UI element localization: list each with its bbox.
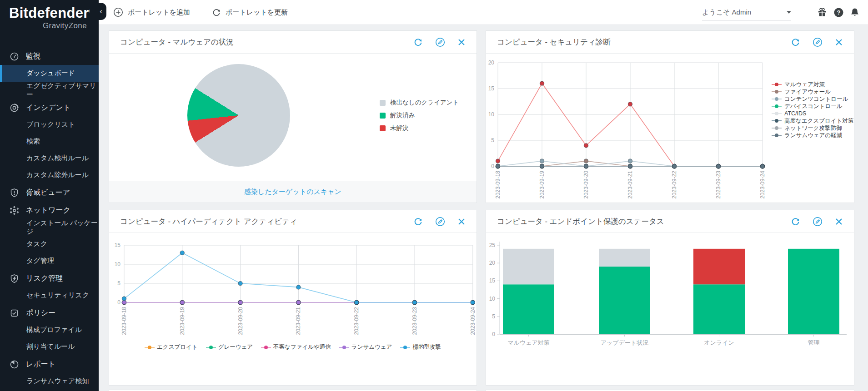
gift-icon[interactable] — [817, 7, 828, 18]
legend-item[interactable]: ATC/IDS — [772, 110, 853, 117]
sidebar-item-label: 割り当てルール — [26, 342, 75, 351]
sidebar-item-label: ブロックリスト — [26, 120, 75, 129]
sidebar-item-risk-management[interactable]: リスク管理 — [0, 270, 99, 287]
portlet-title: コンピュータ - エンドポイント保護のステータス — [497, 217, 791, 227]
scan-infected-targets-link[interactable]: 感染したターゲットのスキャン — [244, 188, 341, 196]
legend-swatch — [380, 113, 386, 119]
svg-text:15: 15 — [115, 242, 121, 248]
sidebar-item-search[interactable]: 検索 — [0, 133, 99, 150]
svg-text:アップデート状況: アップデート状況 — [601, 339, 649, 346]
sidebar-item-network[interactable]: ネットワーク — [0, 202, 99, 219]
legend-marker — [400, 345, 410, 350]
svg-text:2023-09-22: 2023-09-22 — [671, 171, 677, 199]
pie-legend-item[interactable]: 未解決 — [380, 122, 459, 134]
sidebar-item-tasks[interactable]: タスク — [0, 236, 99, 252]
legend-item[interactable]: ランサムウェア — [339, 343, 392, 351]
svg-text:2023-09-18: 2023-09-18 — [121, 307, 127, 335]
sidebar-item-blocklist[interactable]: ブロックリスト — [0, 116, 99, 133]
sidebar-collapse-button[interactable]: ‹ — [90, 3, 106, 20]
brand: Bitdefender® GravityZone — [0, 0, 99, 30]
legend-marker — [145, 345, 155, 350]
portlet-body: 051015202023-09-182023-09-192023-09-2020… — [486, 54, 854, 203]
pie-legend-item[interactable]: 解決済み — [380, 109, 459, 122]
bell-icon[interactable] — [850, 7, 860, 18]
dashboard: コンピュータ - マルウェアの状況 検出なしのクライアント解決済み未解決 感染し… — [99, 25, 868, 391]
sidebar-item-threat-viewer[interactable]: 脅威ビューア — [0, 184, 99, 201]
legend-label: 標的型攻撃 — [412, 343, 441, 351]
sidebar-item-configuration-profiles[interactable]: 構成プロファイル — [0, 322, 99, 338]
sidebar-item-label: タスク — [26, 240, 47, 248]
portlet-edit-icon[interactable] — [435, 37, 445, 47]
portlet-close-icon[interactable] — [457, 218, 466, 226]
legend-label: 未解決 — [390, 124, 409, 132]
portlet-refresh-icon[interactable] — [791, 217, 800, 226]
sidebar-item-dashboard[interactable]: ダッシュボード — [0, 65, 99, 82]
sidebar-item-ransomware-detection[interactable]: ランサムウェア検知 — [0, 373, 99, 390]
legend-item[interactable]: デバイスコントロール — [772, 103, 853, 110]
svg-text:10: 10 — [489, 296, 496, 302]
sidebar-item-custom-detection-rules[interactable]: カスタム検出ルール — [0, 150, 99, 167]
legend-label: ランサムウェア — [351, 343, 392, 351]
sidebar-item-policies[interactable]: ポリシー — [0, 305, 99, 322]
caret-down-icon — [787, 11, 791, 14]
legend-marker — [772, 111, 782, 116]
legend-marker — [772, 119, 782, 123]
portlet-close-icon[interactable] — [457, 38, 466, 46]
legend-item[interactable]: 標的型攻撃 — [400, 343, 441, 351]
svg-text:?: ? — [837, 9, 841, 16]
legend-item[interactable]: エクスプロイト — [145, 343, 198, 351]
legend-swatch — [380, 100, 386, 106]
portlet-body: 0510152025マルウェア対策アップデート状況オンライン管理 — [486, 233, 854, 386]
refresh-portlets-button[interactable]: ポートレットを更新 — [209, 7, 291, 17]
portlet-close-icon[interactable] — [835, 38, 843, 46]
sidebar-item-executive-summary[interactable]: エグゼクティブサマリー — [0, 82, 99, 99]
legend-label: 不審なファイルや通信 — [273, 343, 331, 351]
sidebar-item-label: カスタム検出ルール — [26, 154, 89, 163]
pie-legend-item[interactable]: 検出なしのクライアント — [380, 96, 459, 109]
legend-item[interactable]: マルウェア対策 — [772, 81, 853, 88]
help-icon[interactable]: ? — [833, 7, 844, 18]
legend-label: エクスプロイト — [157, 343, 198, 351]
portlet-edit-icon[interactable] — [813, 37, 823, 47]
security-audit-chart: 051015202023-09-182023-09-192023-09-2020… — [486, 54, 777, 205]
sidebar-item-label: 検索 — [26, 137, 40, 146]
sidebar-item-security-risks[interactable]: セキュリティリスク — [0, 287, 99, 304]
portlet-edit-icon[interactable] — [813, 217, 823, 227]
portlet-refresh-icon[interactable] — [791, 37, 800, 47]
svg-text:管理: 管理 — [808, 339, 820, 346]
svg-text:20: 20 — [488, 59, 495, 66]
legend-item[interactable]: 高度なエクスプロイト対策 — [772, 117, 853, 124]
sidebar-item-installation-packages[interactable]: インストール パッケージ — [0, 219, 99, 236]
legend-label: グレーウェア — [218, 343, 253, 351]
legend-item[interactable]: ファイアウォール — [772, 88, 853, 95]
malware-status-pie-chart[interactable] — [187, 64, 290, 167]
portlet-close-icon[interactable] — [835, 218, 843, 226]
sidebar-item-reports[interactable]: レポート — [0, 356, 99, 373]
sidebar-item-assignment-rules[interactable]: 割り当てルール — [0, 338, 99, 355]
portlet-actions — [791, 37, 843, 47]
legend-label: ネットワーク攻撃防御 — [784, 124, 842, 132]
sidebar-item-monitoring[interactable]: 監視 — [0, 48, 99, 65]
legend-marker — [772, 97, 782, 101]
sidebar-item-label: ダッシュボード — [26, 69, 75, 78]
portlet-refresh-icon[interactable] — [413, 37, 423, 47]
svg-text:2023-09-18: 2023-09-18 — [495, 171, 501, 199]
portlet-malware-status: コンピュータ - マルウェアの状況 検出なしのクライアント解決済み未解決 感染し… — [109, 30, 477, 203]
svg-text:20: 20 — [489, 260, 496, 266]
legend-item[interactable]: コンテンツコントロール — [772, 95, 853, 103]
sidebar-item-incidents[interactable]: インシデント — [0, 99, 99, 116]
portlet-hyperdetect-activity: コンピュータ - ハイパーディテクト アクティビティ 0510152023-09… — [109, 210, 477, 386]
sidebar-item-label: インシデント — [26, 103, 70, 113]
legend-item[interactable]: グレーウェア — [206, 343, 253, 351]
legend-item[interactable]: ネットワーク攻撃防御 — [772, 124, 853, 132]
welcome-label: ようこそ Admin — [702, 8, 751, 17]
user-menu[interactable]: ようこそ Admin — [702, 8, 791, 20]
legend-item[interactable]: 不審なファイルや通信 — [261, 343, 331, 351]
sidebar-item-tag-management[interactable]: タグ管理 — [0, 252, 99, 269]
sidebar-item-custom-exclusion-rules[interactable]: カスタム除外ルール — [0, 167, 99, 183]
legend-item[interactable]: ランサムウェアの軽減 — [772, 132, 853, 139]
svg-text:0: 0 — [117, 299, 120, 306]
add-portlet-button[interactable]: ポートレットを追加 — [110, 7, 193, 18]
portlet-refresh-icon[interactable] — [413, 217, 423, 226]
portlet-edit-icon[interactable] — [435, 217, 445, 227]
